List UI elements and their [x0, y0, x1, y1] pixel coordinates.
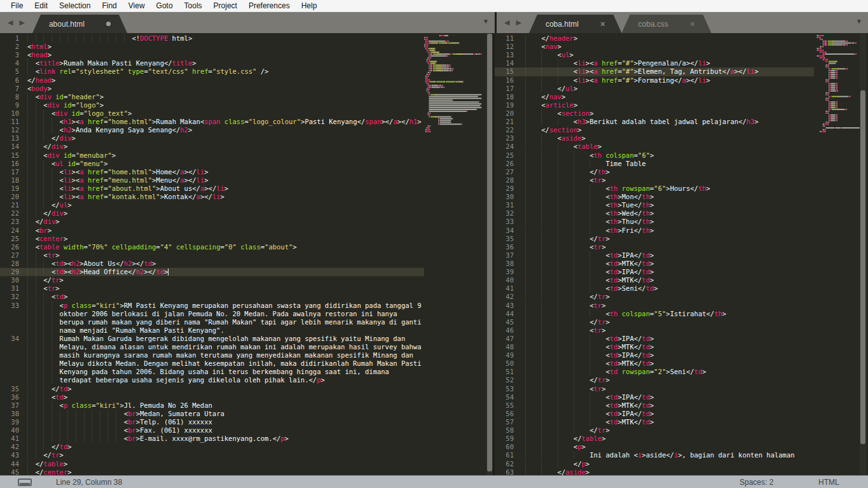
code-area[interactable]: 1 <!DOCTYPE html>2<html>3<head>4 <title>…: [0, 33, 424, 475]
code-line[interactable]: 61 Ini adalah <i>aside</i>, bagian dari …: [495, 451, 814, 459]
code-line[interactable]: berupa rumah makan yang diberi nama "Rum…: [0, 318, 424, 326]
code-line[interactable]: terdapat beberapa usaha sejenis yang dik…: [0, 376, 424, 384]
code-line[interactable]: 5 <link rel="stylesheet" type="text/css"…: [0, 67, 424, 76]
tab-coba.css[interactable]: coba.css×: [622, 15, 712, 33]
code-line[interactable]: 54 <td>IPA</td>: [495, 393, 814, 401]
code-line[interactable]: 40 <td>MTK</td>: [495, 276, 814, 284]
menu-selection[interactable]: Selection: [53, 0, 96, 11]
code-line[interactable]: 21 </ul>: [0, 201, 424, 209]
code-line[interactable]: 40 <br>Fax. (061) xxxxxxx: [0, 426, 424, 435]
menu-preferences[interactable]: Preferences: [243, 0, 296, 11]
code-line[interactable]: 16 <ul id="menu">: [0, 160, 424, 168]
code-line[interactable]: 63 </aside>: [495, 468, 814, 475]
code-line[interactable]: 28 <tr>: [495, 176, 814, 185]
code-line[interactable]: 28 <td><h2>About Us</h2></td>: [0, 260, 424, 268]
code-line[interactable]: 52 </tr>: [495, 376, 814, 384]
code-line[interactable]: 35 </td>: [0, 385, 424, 393]
code-line[interactable]: 33 <p class="kiri">RM Pasti Kenyang meru…: [0, 302, 424, 310]
tab-overflow-icon[interactable]: ▼: [483, 18, 489, 25]
code-line[interactable]: 25 <center>: [0, 235, 424, 243]
code-line[interactable]: 12 <nav>: [495, 43, 814, 51]
code-line[interactable]: 62 </p>: [495, 460, 814, 468]
code-line[interactable]: 36 <tr>: [495, 243, 814, 251]
code-line[interactable]: 19 <li><a href="about.html">About us</a>…: [0, 185, 424, 193]
code-line[interactable]: 22 </section>: [495, 126, 814, 134]
code-line[interactable]: 56 <td>IPA</td>: [495, 410, 814, 418]
code-line[interactable]: 32 <th>Wed</th>: [495, 209, 814, 218]
code-line[interactable]: 53 <tr>: [495, 385, 814, 393]
code-line[interactable]: 39 <br>Telp. (061) xxxxxx: [0, 418, 424, 426]
code-line[interactable]: nama menjadi "Rumah Makan Pasti Kenyang"…: [0, 326, 424, 335]
code-line[interactable]: 24 <table>: [495, 143, 814, 151]
code-line[interactable]: 29 <th rowspan="6">Hours</th>: [495, 185, 814, 193]
code-line[interactable]: 55 <td>MTK</td>: [495, 401, 814, 410]
code-line[interactable]: 24 <br>: [0, 227, 424, 235]
code-line[interactable]: 7<body>: [0, 85, 424, 93]
code-line[interactable]: 57 <td>MTK</td>: [495, 418, 814, 426]
minimap[interactable]: [424, 33, 486, 475]
code-line[interactable]: 2<html>: [0, 43, 424, 51]
code-line[interactable]: 27 </th>: [495, 168, 814, 176]
code-line[interactable]: 20 <section>: [495, 109, 814, 118]
code-line[interactable]: 34 Rumah Makan Garuda bergerak dibidang …: [0, 335, 424, 343]
code-line[interactable]: 58 </tr>: [495, 426, 814, 435]
code-line[interactable]: 22 </div>: [0, 209, 424, 218]
code-line[interactable]: 41 <td>Seni</td>: [495, 284, 814, 293]
code-line[interactable]: 34 <th>Fri</th>: [495, 227, 814, 235]
vertical-scrollbar[interactable]: [860, 33, 866, 475]
code-area[interactable]: 11 </header>12 <nav>13 <ul>14 <li><a hre…: [495, 33, 814, 475]
tab-scroll-right-icon[interactable]: ▶: [516, 19, 521, 26]
code-line[interactable]: 1 <!DOCTYPE html>: [0, 34, 424, 43]
tab-scroll-left-icon[interactable]: ◀: [8, 19, 13, 26]
code-line[interactable]: 51 <td rowspan="2">Seni</td>: [495, 368, 814, 376]
scrollbar-thumb[interactable]: [860, 90, 865, 444]
minimap[interactable]: [814, 33, 860, 475]
code-line[interactable]: Melayu dikota Medan. Dengan melihat kese…: [0, 359, 424, 368]
menu-help[interactable]: Help: [296, 0, 323, 11]
code-line[interactable]: 59 </table>: [495, 435, 814, 443]
code-line[interactable]: oktober 2006 berlokasi di jalan Pemuda N…: [0, 310, 424, 318]
code-line[interactable]: 23 </div>: [0, 218, 424, 226]
code-line[interactable]: 37 <p class="kiri">Jl. Pemuda No 26 Meda…: [0, 401, 424, 410]
code-line[interactable]: 42 </td>: [0, 443, 424, 451]
code-line[interactable]: 13 <ul>: [495, 51, 814, 59]
code-line[interactable]: 11 </header>: [495, 34, 814, 43]
code-line[interactable]: 44 </table>: [0, 460, 424, 468]
code-line[interactable]: 29 <td><h2>Head Office</h2></td>: [0, 268, 424, 276]
code-line[interactable]: 3<head>: [0, 51, 424, 59]
code-line[interactable]: 15 <li><a href="#">Elemen, Tag, Antribut…: [495, 67, 814, 76]
code-line[interactable]: 38 <br>Medan, Sumatera Utara: [0, 410, 424, 418]
menu-find[interactable]: Find: [96, 0, 122, 11]
code-line[interactable]: 38 <td>MTK</td>: [495, 260, 814, 268]
code-line[interactable]: Melayu, dimana alasan untuk mendirikan r…: [0, 343, 424, 351]
code-line[interactable]: 10 <div id="logo_text">: [0, 109, 424, 118]
code-line[interactable]: 43 </tr>: [0, 451, 424, 459]
code-line[interactable]: 26 <table width="70%" cellpadding="4" ce…: [0, 243, 424, 251]
tab-about.html[interactable]: about.html: [32, 15, 127, 33]
vertical-scrollbar[interactable]: [486, 33, 493, 475]
code-line[interactable]: 32 <td>: [0, 293, 424, 301]
code-line[interactable]: 21 <h3>Berikut adalah tabel jadwal pelaj…: [495, 118, 814, 126]
code-line[interactable]: 13 </div>: [0, 134, 424, 143]
code-line[interactable]: Kenyang pada tahun 2006. Bidang usaha in…: [0, 368, 424, 376]
code-line[interactable]: 37 <td>IPA</td>: [495, 251, 814, 260]
code-line[interactable]: 50 <td>MTK</td>: [495, 359, 814, 368]
scrollbar-thumb[interactable]: [487, 34, 492, 471]
code-line[interactable]: 16 <li><a href="#">Formating</a></li>: [495, 76, 814, 85]
close-icon[interactable]: ×: [690, 20, 695, 28]
code-line[interactable]: 14 <li><a href="#">Pengenalan/a></li>: [495, 59, 814, 67]
code-line[interactable]: 18 <li><a href="menu.html">Menu</a></li>: [0, 176, 424, 185]
code-line[interactable]: 11 <h1><a href="home.html">Rumah Makan<s…: [0, 118, 424, 126]
code-line[interactable]: 35 </tr>: [495, 235, 814, 243]
code-line[interactable]: 31 <tr>: [0, 284, 424, 293]
code-line[interactable]: 30 </tr>: [0, 276, 424, 284]
code-line[interactable]: 46 <tr>: [495, 326, 814, 335]
code-line[interactable]: 45 </center>: [0, 468, 424, 475]
code-line[interactable]: 17 </ul>: [495, 85, 814, 93]
indent-setting[interactable]: Spaces: 2: [740, 478, 773, 487]
menu-tools[interactable]: Tools: [179, 0, 208, 11]
syntax-mode[interactable]: HTML: [818, 478, 839, 487]
tab-scroll-left-icon[interactable]: ◀: [504, 19, 509, 26]
code-line[interactable]: 25 <th colspan="6">: [495, 151, 814, 160]
code-line[interactable]: 60 <p>: [495, 443, 814, 451]
